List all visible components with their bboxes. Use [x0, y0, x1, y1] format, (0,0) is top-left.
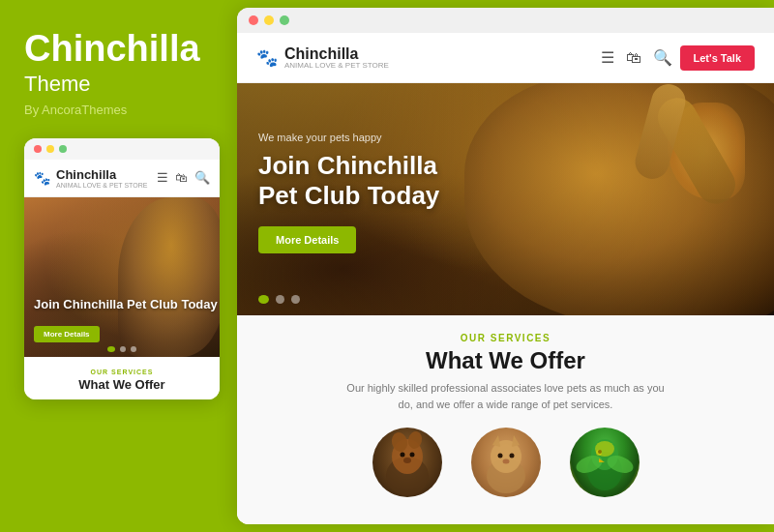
desktop-talk-button[interactable]: Let's Talk: [680, 45, 755, 71]
browser-dot-green: [280, 15, 289, 25]
service-circle-dog: [372, 428, 442, 497]
desktop-logo-tagline: ANIMAL LOVE & PET STORE: [284, 62, 389, 70]
search-icon[interactable]: 🔍: [194, 170, 210, 185]
dot-red: [34, 145, 42, 153]
svg-point-21: [595, 441, 614, 457]
desktop-logo-text: Chinchilla ANIMAL LOVE & PET STORE: [284, 46, 389, 70]
mobile-mockup: 🐾 Chinchilla ANIMAL LOVE & PET STORE ☰ 🛍…: [24, 138, 220, 399]
desktop-hero-title: Join Chinchilla Pet Club Today: [258, 151, 471, 211]
mobile-hero: Join Chinchilla Pet Club Today More Deta…: [24, 197, 220, 357]
desktop-hamburger-icon[interactable]: ☰: [601, 48, 614, 67]
services-title: What We Offer: [258, 347, 753, 374]
cat-illustration: [471, 428, 541, 497]
desktop-slider-dots: [258, 295, 300, 304]
mobile-services-title: What We Offer: [34, 377, 210, 392]
mobile-browser-dots: [24, 138, 220, 160]
browser-dot-red: [249, 15, 258, 25]
desktop-logo-name: Chinchilla: [284, 46, 389, 62]
dot-yellow: [46, 145, 54, 153]
left-subtitle: Theme: [24, 72, 213, 97]
svg-point-5: [409, 453, 414, 458]
bird-illustration: [570, 428, 640, 497]
left-panel: Chinchilla Theme By AncoraThemes 🐾 Chinc…: [0, 0, 237, 532]
services-circles: [258, 428, 753, 497]
dog-illustration: [372, 428, 442, 497]
mobile-hero-button[interactable]: More Details: [34, 326, 100, 342]
mobile-logo-text: Chinchilla ANIMAL LOVE & PET STORE: [56, 167, 151, 189]
mobile-services-label: OUR SERVICES: [34, 369, 210, 375]
desktop-nav: 🐾 Chinchilla ANIMAL LOVE & PET STORE ☰ 🛍…: [237, 33, 774, 83]
services-description: Our highly skilled professional associat…: [342, 380, 670, 412]
desktop-slider-dot-1[interactable]: [258, 295, 269, 304]
bag-icon[interactable]: 🛍: [175, 170, 188, 185]
svg-point-4: [400, 453, 404, 458]
desktop-slider-dot-2[interactable]: [276, 295, 284, 304]
mobile-hero-title: Join Chinchilla Pet Club Today: [34, 297, 218, 313]
svg-point-13: [502, 459, 509, 464]
left-author: By AncoraThemes: [24, 103, 213, 117]
svg-point-6: [403, 458, 411, 463]
desktop-site: 🐾 Chinchilla ANIMAL LOVE & PET STORE ☰ 🛍…: [237, 33, 774, 524]
mobile-services: OUR SERVICES What We Offer: [24, 357, 220, 399]
desktop-logo-paw-icon: 🐾: [256, 47, 278, 69]
mobile-logo-paw-icon: 🐾: [34, 170, 50, 186]
desktop-services: OUR SERVICES What We Offer Our highly sk…: [237, 315, 774, 524]
browser-bar: [237, 8, 774, 33]
desktop-hero-button[interactable]: More Details: [258, 226, 356, 253]
svg-point-11: [497, 454, 502, 458]
services-label: OUR SERVICES: [258, 333, 753, 343]
service-circle-bird: [570, 428, 640, 497]
dot-green: [59, 145, 67, 153]
desktop-hero-subtitle: We make your pets happy: [258, 132, 471, 143]
desktop-search-icon[interactable]: 🔍: [653, 48, 672, 67]
svg-marker-9: [492, 435, 500, 447]
browser-dot-yellow: [264, 15, 274, 25]
hamburger-icon[interactable]: ☰: [157, 170, 168, 185]
svg-point-12: [509, 454, 514, 458]
desktop-bag-icon[interactable]: 🛍: [626, 49, 641, 67]
desktop-hero-content: We make your pets happy Join Chinchilla …: [258, 132, 471, 253]
mobile-nav-icons: ☰ 🛍 🔍: [157, 170, 210, 185]
desktop-hero: We make your pets happy Join Chinchilla …: [237, 83, 774, 315]
slider-dot-3[interactable]: [131, 346, 136, 352]
right-panel: 🐾 Chinchilla ANIMAL LOVE & PET STORE ☰ 🛍…: [237, 8, 774, 524]
mobile-logo-name: Chinchilla: [56, 167, 116, 182]
desktop-nav-icons: ☰ 🛍 🔍: [601, 48, 672, 67]
mobile-slider-dots: [107, 346, 136, 352]
mobile-logo-tagline: ANIMAL LOVE & PET STORE: [56, 182, 151, 189]
desktop-logo: 🐾 Chinchilla ANIMAL LOVE & PET STORE: [256, 46, 389, 70]
left-title: Chinchilla: [24, 29, 213, 70]
service-circle-cat: [471, 428, 541, 497]
svg-marker-10: [512, 435, 520, 447]
slider-dot-2[interactable]: [120, 346, 126, 352]
desktop-slider-dot-3[interactable]: [291, 295, 300, 304]
mobile-nav: 🐾 Chinchilla ANIMAL LOVE & PET STORE ☰ 🛍…: [24, 160, 220, 197]
mobile-dog-shape: [118, 197, 220, 357]
slider-dot-1[interactable]: [107, 346, 115, 352]
